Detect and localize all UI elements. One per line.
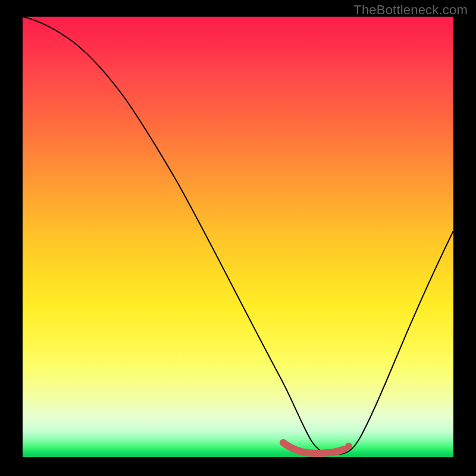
marker-dot	[345, 443, 352, 450]
plot-area	[23, 17, 453, 457]
curve-svg	[23, 17, 453, 457]
watermark-text: TheBottleneck.com	[353, 2, 468, 18]
chart-container: TheBottleneck.com	[0, 0, 476, 476]
bottleneck-curve	[23, 17, 453, 455]
